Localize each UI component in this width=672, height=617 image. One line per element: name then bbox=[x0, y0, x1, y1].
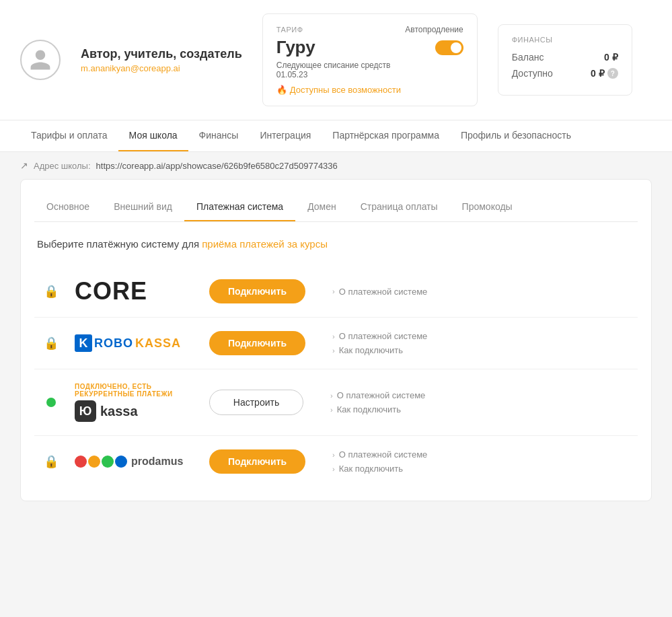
yookassa-howto-link[interactable]: › Как подключить bbox=[330, 404, 631, 414]
help-icon[interactable]: ? bbox=[607, 68, 618, 79]
autopro-toggle[interactable] bbox=[435, 40, 463, 55]
available-value: 0 ₽ ? bbox=[591, 68, 618, 79]
balance-value: 0 ₽ bbox=[604, 52, 618, 63]
avatar bbox=[20, 40, 61, 80]
finance-card: ФИНАНСЫ Баланс 0 ₽ Доступно 0 ₽ ? bbox=[498, 24, 632, 96]
user-email: m.ananikyan@coreapp.ai bbox=[81, 63, 242, 73]
intro-highlight: приёма платежей за курсы bbox=[202, 238, 328, 250]
core-about-link[interactable]: › О платежной системе bbox=[332, 287, 631, 297]
robokassa-about-link[interactable]: › О платежной системе bbox=[332, 331, 631, 341]
finance-balance-row: Баланс 0 ₽ bbox=[512, 52, 618, 63]
core-connect-button[interactable]: Подключить bbox=[209, 279, 305, 303]
content-area: Основное Внешний вид Платежная система Д… bbox=[0, 179, 672, 521]
connected-label: ПОДКЛЮЧЕНО, ЕСТЬ РЕКУРРЕНТНЫЕ ПЛАТЕЖИ bbox=[75, 383, 196, 398]
robokassa-logo: K ROBOKASSA bbox=[75, 334, 196, 352]
address-label: Адрес школы: bbox=[34, 161, 91, 171]
available-label: Доступно bbox=[512, 68, 553, 79]
robokassa-info-links: › О платежной системе › Как подключить bbox=[319, 331, 631, 355]
tab-profile[interactable]: Профиль и безопасность bbox=[450, 120, 582, 151]
prodamus-icons bbox=[75, 456, 127, 468]
payment-intro: Выберите платёжную систему для приёма пл… bbox=[34, 238, 638, 250]
prod-icon-red bbox=[75, 456, 87, 468]
yookassa-status-wrap bbox=[41, 398, 61, 407]
settings-card: Основное Внешний вид Платежная система Д… bbox=[20, 179, 652, 501]
chevron-right-icon: › bbox=[332, 332, 335, 340]
sub-tab-domain[interactable]: Домен bbox=[295, 193, 348, 221]
prodamus-connect-button[interactable]: Подключить bbox=[209, 449, 305, 474]
sub-tab-payment-page[interactable]: Страница оплаты bbox=[348, 193, 450, 221]
sub-tab-payment[interactable]: Платежная система bbox=[184, 193, 295, 221]
robokassa-howto-link[interactable]: › Как подключить bbox=[332, 345, 631, 355]
lock-icon-robokassa: 🔒 bbox=[44, 336, 59, 351]
core-logo-text: CORE bbox=[75, 279, 196, 303]
lock-icon-prodamus: 🔒 bbox=[44, 454, 59, 469]
connected-dot-icon bbox=[46, 398, 56, 407]
tariff-next-payment: Следующее списание средств 01.05.23 bbox=[276, 61, 463, 79]
prod-icon-green bbox=[102, 456, 114, 468]
school-url-link[interactable]: https://coreapp.ai/app/showcase/626b9fe6… bbox=[96, 161, 338, 171]
core-logo: CORE bbox=[75, 279, 196, 303]
robo-k-icon: K bbox=[75, 334, 92, 352]
chevron-right-icon: › bbox=[332, 347, 335, 355]
external-link-icon: ↗ bbox=[20, 160, 28, 171]
prodamus-text: prodamus bbox=[131, 456, 183, 468]
prodamus-howto-link[interactable]: › Как подключить bbox=[332, 464, 631, 474]
tab-myschool[interactable]: Моя школа bbox=[118, 120, 188, 151]
tab-tariffs[interactable]: Тарифы и оплата bbox=[20, 120, 118, 151]
chevron-right-icon: › bbox=[332, 287, 335, 295]
prodamus-about-link[interactable]: › О платежной системе bbox=[332, 449, 631, 460]
sub-tabs: Основное Внешний вид Платежная система Д… bbox=[34, 193, 638, 222]
yoo-icon: Ю bbox=[75, 400, 96, 422]
core-info-links: › О платежной системе bbox=[319, 287, 631, 297]
robokassa-connect-button[interactable]: Подключить bbox=[209, 331, 305, 355]
balance-label: Баланс bbox=[512, 52, 544, 63]
sub-tab-appearance[interactable]: Внешний вид bbox=[102, 193, 184, 221]
payment-item-core: 🔒 CORE Подключить › О платежной системе bbox=[34, 266, 638, 318]
yookassa-info-links: › О платежной системе › Как подключить bbox=[317, 390, 631, 414]
chevron-right-icon: › bbox=[330, 406, 333, 414]
user-info: Автор, учитель, создатель m.ananikyan@co… bbox=[81, 47, 242, 73]
robokassa-lock-wrap: 🔒 bbox=[41, 336, 61, 351]
prod-icon-blue bbox=[115, 456, 127, 468]
yookassa-about-link[interactable]: › О платежной системе bbox=[330, 390, 631, 400]
payment-item-yookassa: ПОДКЛЮЧЕНО, ЕСТЬ РЕКУРРЕНТНЫЕ ПЛАТЕЖИ Ю … bbox=[34, 369, 638, 436]
header: Автор, учитель, создатель m.ananikyan@co… bbox=[0, 0, 672, 120]
tariff-features: 🔥 Доступны все возможности bbox=[276, 85, 463, 95]
tariff-name: Гуру bbox=[276, 37, 463, 58]
yookassa-logo: ПОДКЛЮЧЕНО, ЕСТЬ РЕКУРРЕНТНЫЕ ПЛАТЕЖИ Ю … bbox=[75, 383, 196, 422]
lock-icon-core: 🔒 bbox=[44, 284, 59, 299]
prodamus-logo-mark: prodamus bbox=[75, 456, 196, 468]
user-name: Автор, учитель, создатель bbox=[81, 47, 242, 61]
yookassa-logo-mark: Ю kassa bbox=[75, 400, 196, 422]
prodamus-logo: prodamus bbox=[75, 456, 196, 468]
yookassa-settings-button[interactable]: Настроить bbox=[209, 390, 303, 415]
tab-partner[interactable]: Партнёрская программа bbox=[322, 120, 450, 151]
chevron-right-icon: › bbox=[332, 451, 335, 459]
tab-integration[interactable]: Интеграция bbox=[249, 120, 322, 151]
tariff-label: ТАРИФ Автопродление bbox=[276, 25, 463, 34]
core-lock-wrap: 🔒 bbox=[41, 284, 61, 299]
yoo-text: kassa bbox=[100, 404, 138, 419]
flame-icon: 🔥 bbox=[276, 85, 287, 95]
chevron-right-icon: › bbox=[332, 465, 335, 473]
payment-item-robokassa: 🔒 K ROBOKASSA Подключить › О платежной с… bbox=[34, 318, 638, 369]
sub-tab-promo[interactable]: Промокоды bbox=[450, 193, 525, 221]
prod-icon-orange bbox=[88, 456, 100, 468]
prodamus-info-links: › О платежной системе › Как подключить bbox=[319, 449, 631, 474]
nav-tabs: Тарифы и оплата Моя школа Финансы Интегр… bbox=[0, 120, 672, 152]
tab-finance[interactable]: Финансы bbox=[188, 120, 250, 151]
payment-item-prodamus: 🔒 prodamus Подключить › О платежно bbox=[34, 436, 638, 487]
sub-tab-basic[interactable]: Основное bbox=[34, 193, 102, 221]
finance-available-row: Доступно 0 ₽ ? bbox=[512, 68, 618, 79]
prodamus-lock-wrap: 🔒 bbox=[41, 454, 61, 469]
address-bar: ↗ Адрес школы: https://coreapp.ai/app/sh… bbox=[0, 152, 672, 179]
robo-text: ROBO bbox=[94, 336, 133, 351]
tariff-card: ТАРИФ Автопродление Гуру Следующее списа… bbox=[262, 13, 478, 106]
finance-title: ФИНАНСЫ bbox=[512, 36, 618, 44]
robo-kassa-text: KASSA bbox=[135, 336, 181, 351]
robokassa-logo-mark: K ROBOKASSA bbox=[75, 334, 196, 352]
chevron-right-icon: › bbox=[330, 392, 333, 400]
